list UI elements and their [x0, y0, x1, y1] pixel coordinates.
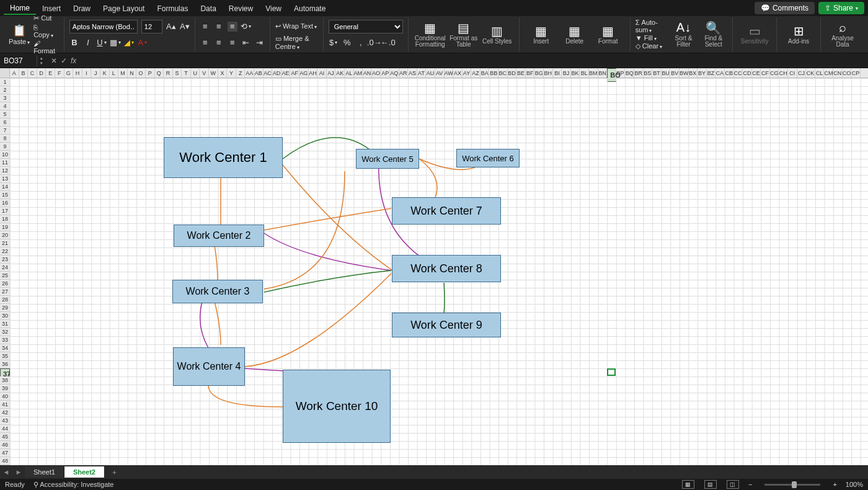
col-header-BB[interactable]: BB [489, 68, 498, 78]
cells-area[interactable]: Work Center 1 Work Center 2 Work Center … [10, 78, 868, 465]
col-header-BD[interactable]: BD [508, 68, 517, 78]
shape-wc1[interactable]: Work Center 1 [164, 137, 283, 178]
col-header-K[interactable]: K [100, 68, 110, 78]
tab-draw[interactable]: Draw [67, 2, 97, 14]
col-header-AP[interactable]: AP [381, 68, 390, 78]
col-header-F[interactable]: F [55, 68, 64, 78]
format-button[interactable]: ▦Format [591, 17, 625, 51]
tab-formulas[interactable]: Formulas [151, 2, 194, 14]
increase-font-icon[interactable]: A▴ [166, 22, 176, 32]
col-header-R[interactable]: R [164, 68, 173, 78]
font-color-button[interactable]: A [138, 38, 148, 48]
row-header-13[interactable]: 13 [0, 175, 10, 183]
col-header-G[interactable]: G [64, 68, 74, 78]
col-header-CD[interactable]: CD [743, 68, 752, 78]
zoom-level[interactable]: 100% [846, 481, 863, 488]
col-header-Q[interactable]: Q [155, 68, 164, 78]
col-header-AC[interactable]: AC [264, 68, 273, 78]
col-header-L[interactable]: L [110, 68, 119, 78]
row-header-36[interactable]: 36 [0, 360, 10, 368]
zoom-thumb[interactable] [792, 481, 797, 488]
row-header-35[interactable]: 35 [0, 352, 10, 360]
align-middle-button[interactable]: ≡ [214, 22, 224, 32]
col-header-BG[interactable]: BG [534, 68, 544, 78]
col-header-BT[interactable]: BT [652, 68, 662, 78]
share-button[interactable]: ⇪ Share ▾ [818, 2, 864, 14]
col-header-W[interactable]: W [209, 68, 218, 78]
col-header-AQ[interactable]: AQ [390, 68, 399, 78]
font-select[interactable] [69, 20, 138, 33]
col-header-BS[interactable]: BS [644, 68, 653, 78]
col-header-AO[interactable]: AO [372, 68, 381, 78]
tab-home[interactable]: Home [4, 1, 36, 15]
row-header-25[interactable]: 25 [0, 272, 10, 280]
col-header-J[interactable]: J [91, 68, 100, 78]
row-header-30[interactable]: 30 [0, 312, 10, 320]
comma-button[interactable]: , [356, 38, 366, 48]
row-header-20[interactable]: 20 [0, 231, 10, 239]
col-header-BK[interactable]: BK [571, 68, 580, 78]
view-pagebreak-button[interactable]: ◫ [727, 480, 739, 489]
col-header-BN[interactable]: BN [598, 68, 608, 78]
bold-button[interactable]: B [69, 38, 79, 48]
row-header-18[interactable]: 18 [0, 215, 10, 223]
row-header-22[interactable]: 22 [0, 247, 10, 256]
fx-icon[interactable]: fx [71, 56, 76, 65]
col-header-AT[interactable]: AT [417, 68, 427, 78]
col-header-BV[interactable]: BV [670, 68, 680, 78]
align-bottom-button[interactable]: ≡ [228, 22, 237, 32]
align-left-button[interactable]: ≡ [200, 38, 210, 48]
col-header-AA[interactable]: AA [245, 68, 254, 78]
col-header-CB[interactable]: CB [725, 68, 734, 78]
decrease-font-icon[interactable]: A▾ [180, 22, 190, 32]
shape-wc8[interactable]: Work Center 8 [392, 255, 501, 282]
col-header-U[interactable]: U [191, 68, 200, 78]
border-button[interactable]: ▦ [110, 38, 120, 48]
zoom-slider[interactable] [764, 484, 820, 486]
currency-button[interactable]: $ [329, 38, 339, 48]
col-header-AL[interactable]: AL [345, 68, 354, 78]
col-header-AS[interactable]: AS [408, 68, 417, 78]
col-header-BU[interactable]: BU [662, 68, 671, 78]
col-header-BC[interactable]: BC [498, 68, 508, 78]
col-header-Y[interactable]: Y [227, 68, 236, 78]
row-header-39[interactable]: 39 [0, 385, 10, 393]
cancel-icon[interactable]: ✕ [51, 56, 57, 65]
row-header-33[interactable]: 33 [0, 336, 10, 344]
col-header-AZ[interactable]: AZ [471, 68, 480, 78]
col-header-CJ[interactable]: CJ [797, 68, 807, 78]
row-header-40[interactable]: 40 [0, 393, 10, 401]
format-as-table-button[interactable]: ▤Format as Table [447, 17, 480, 51]
insert-button[interactable]: ▦Insert [525, 17, 558, 51]
conditional-formatting-button[interactable]: ▦Conditional Formatting [414, 17, 447, 51]
percent-button[interactable]: % [342, 38, 352, 48]
select-all-corner[interactable] [0, 68, 10, 78]
comments-button[interactable]: 💬 Comments [755, 2, 815, 14]
col-header-AB[interactable]: AB [254, 68, 264, 78]
col-header-AG[interactable]: AG [299, 68, 309, 78]
row-header-14[interactable]: 14 [0, 183, 10, 191]
name-box[interactable]: BO37 [0, 55, 37, 66]
row-header-2[interactable]: 2 [0, 86, 10, 94]
fill-button[interactable]: ▼ Fill [636, 34, 668, 42]
row-headers[interactable]: 1234567891011121314151617181920212223242… [0, 78, 10, 465]
col-header-V[interactable]: V [200, 68, 209, 78]
row-header-29[interactable]: 29 [0, 304, 10, 312]
tab-data[interactable]: Data [194, 2, 222, 14]
row-header-32[interactable]: 32 [0, 328, 10, 336]
col-header-BH[interactable]: BH [544, 68, 553, 78]
row-header-3[interactable]: 3 [0, 94, 10, 102]
row-header-23[interactable]: 23 [0, 256, 10, 264]
col-header-BZ[interactable]: BZ [707, 68, 716, 78]
row-header-5[interactable]: 5 [0, 110, 10, 118]
row-header-11[interactable]: 11 [0, 159, 10, 167]
row-header-9[interactable]: 9 [0, 143, 10, 151]
row-header-4[interactable]: 4 [0, 102, 10, 110]
shape-wc3[interactable]: Work Center 3 [172, 280, 263, 303]
shape-wc2[interactable]: Work Center 2 [174, 225, 264, 247]
row-header-34[interactable]: 34 [0, 344, 10, 352]
name-up[interactable]: ▴ [37, 56, 46, 61]
col-header-P[interactable]: P [146, 68, 155, 78]
paste-button[interactable]: 📋 Paste [9, 24, 30, 45]
shape-wc9[interactable]: Work Center 9 [392, 313, 501, 337]
